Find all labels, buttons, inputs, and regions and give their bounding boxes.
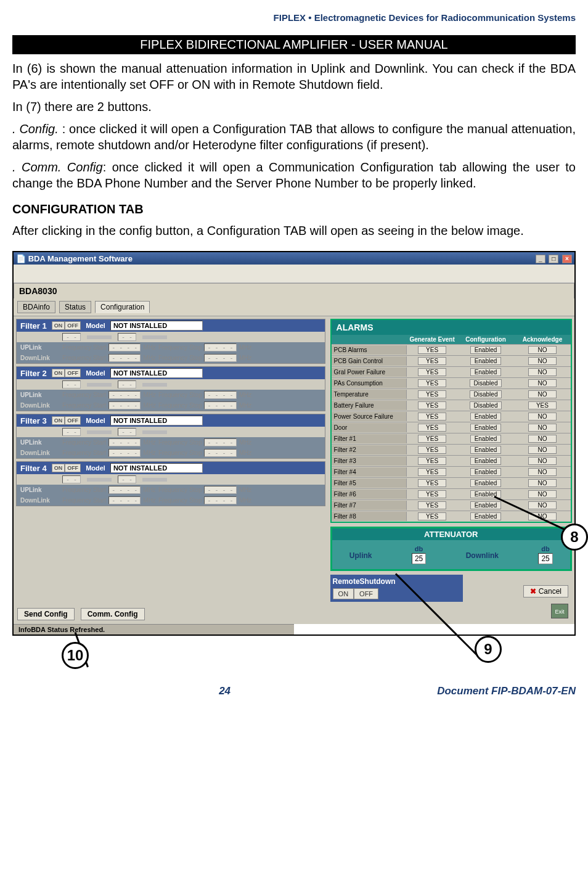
alarm-ack[interactable]: NO — [528, 379, 557, 387]
alarm-conf[interactable]: Enabled — [470, 479, 502, 487]
slider[interactable] — [142, 383, 167, 387]
spin[interactable]: - - — [118, 428, 136, 436]
cancel-button[interactable]: ✖Cancel — [523, 585, 568, 597]
alarm-ack[interactable]: NO — [528, 446, 557, 454]
fstart-val[interactable]: - - - - — [108, 401, 141, 409]
alarm-conf[interactable]: Enabled — [470, 501, 502, 509]
alarm-gen[interactable]: YES — [418, 468, 446, 476]
slider[interactable] — [87, 383, 112, 387]
alarm-ack[interactable]: NO — [528, 357, 557, 365]
alarm-ack[interactable]: YES — [528, 401, 557, 409]
col-ack: Acknowledge — [514, 336, 571, 343]
fstop-val[interactable]: - - - - — [204, 391, 236, 399]
fstart-val[interactable]: - - - - — [108, 449, 141, 457]
fstop-val[interactable]: - - - - — [204, 354, 236, 362]
alarm-ack[interactable]: NO — [528, 457, 557, 465]
exit-button[interactable]: Exit — [551, 604, 568, 618]
alarm-conf[interactable]: Enabled — [470, 512, 502, 520]
alarm-gen[interactable]: YES — [418, 512, 446, 520]
alarm-gen[interactable]: YES — [418, 457, 446, 465]
alarm-conf[interactable]: Enabled — [470, 413, 502, 421]
alarm-ack[interactable]: NO — [528, 390, 557, 398]
spin[interactable]: - - — [62, 428, 81, 436]
tab-bdainfo[interactable]: BDAinfo — [17, 301, 55, 313]
slider[interactable] — [142, 430, 167, 434]
paragraph-3: . Config. : once clicked it will open a … — [12, 121, 576, 153]
close-button[interactable]: × — [562, 255, 572, 263]
filter-1-onoff[interactable]: ON OFF — [52, 321, 81, 330]
tab-configuration[interactable]: Configuration — [95, 301, 150, 313]
alarm-conf[interactable]: Enabled — [470, 424, 502, 432]
fstop-val[interactable]: - - - - — [204, 401, 236, 409]
slider[interactable] — [87, 335, 112, 339]
alarm-ack[interactable]: NO — [528, 435, 557, 443]
fstart-val[interactable]: - - - - — [108, 438, 141, 446]
send-config-button[interactable]: Send Config — [17, 608, 75, 620]
alarm-gen[interactable]: YES — [418, 346, 446, 354]
filter-2-onoff[interactable]: ON OFF — [52, 369, 81, 377]
alarm-gen[interactable]: YES — [418, 357, 446, 365]
alarm-gen[interactable]: YES — [418, 424, 446, 432]
fstart-val[interactable]: - - - - — [108, 486, 141, 494]
spin[interactable]: - - — [62, 475, 81, 483]
remote-on[interactable]: ON — [333, 588, 354, 599]
alarm-ack[interactable]: NO — [528, 413, 557, 421]
alarm-gen[interactable]: YES — [418, 368, 446, 376]
alarm-conf[interactable]: Enabled — [470, 368, 502, 376]
alarm-conf[interactable]: Enabled — [470, 357, 502, 365]
minimize-button[interactable]: _ — [536, 255, 545, 263]
slider[interactable] — [142, 478, 167, 482]
downlink-value[interactable]: 25 — [538, 553, 552, 564]
spin[interactable]: - - — [62, 333, 81, 341]
tab-status[interactable]: Status — [59, 301, 91, 313]
slider[interactable] — [87, 478, 112, 482]
alarm-conf[interactable]: Disabled — [470, 379, 502, 387]
fstart-val[interactable]: - - - - — [108, 354, 141, 362]
alarm-ack[interactable]: NO — [528, 501, 557, 509]
spin[interactable]: - - — [62, 380, 81, 388]
slider[interactable] — [142, 335, 167, 339]
alarm-gen[interactable]: YES — [418, 401, 446, 409]
fstart-val[interactable]: - - - - — [108, 391, 141, 399]
filter-3-onoff[interactable]: ON OFF — [52, 416, 81, 425]
fstop-val[interactable]: - - - - — [204, 449, 236, 457]
alarm-conf[interactable]: Enabled — [470, 435, 502, 443]
alarm-conf[interactable]: Enabled — [470, 346, 502, 354]
alarm-ack[interactable]: NO — [528, 368, 557, 376]
spin[interactable]: - - — [118, 475, 136, 483]
fstop-val[interactable]: - - - - — [204, 438, 236, 446]
maximize-button[interactable]: □ — [549, 255, 558, 263]
alarm-conf[interactable]: Enabled — [470, 457, 502, 465]
alarm-conf[interactable]: Enabled — [470, 446, 502, 454]
alarm-gen[interactable]: YES — [418, 490, 446, 498]
alarm-ack[interactable]: NO — [528, 468, 557, 476]
window-buttons: _ □ × — [534, 253, 572, 263]
alarm-conf[interactable]: Enabled — [470, 468, 502, 476]
fstop-val[interactable]: - - - - — [204, 496, 236, 504]
spin[interactable]: - - — [118, 380, 136, 388]
fstart-val[interactable]: - - - - — [108, 496, 141, 504]
alarm-ack[interactable]: NO — [528, 346, 557, 354]
alarm-gen[interactable]: YES — [418, 390, 446, 398]
alarm-ack[interactable]: NO — [528, 479, 557, 487]
alarm-gen[interactable]: YES — [418, 379, 446, 387]
fstop-val[interactable]: - - - - — [204, 343, 236, 351]
spin[interactable]: - - — [118, 333, 136, 341]
remote-switch[interactable]: ON OFF — [333, 588, 379, 599]
alarm-gen[interactable]: YES — [418, 435, 446, 443]
comm-config-button[interactable]: Comm. Config — [81, 608, 145, 620]
alarm-ack[interactable]: NO — [528, 424, 557, 432]
fstop-val[interactable]: - - - - — [204, 486, 236, 494]
remote-off[interactable]: OFF — [354, 588, 378, 599]
alarm-gen[interactable]: YES — [418, 413, 446, 421]
slider[interactable] — [87, 430, 112, 434]
alarm-gen[interactable]: YES — [418, 479, 446, 487]
alarm-ack[interactable]: NO — [528, 490, 557, 498]
fstart-val[interactable]: - - - - — [108, 343, 141, 351]
uplink-value[interactable]: 25 — [412, 553, 426, 564]
alarm-gen[interactable]: YES — [418, 446, 446, 454]
alarm-gen[interactable]: YES — [418, 501, 446, 509]
alarm-conf[interactable]: Disabled — [470, 401, 502, 409]
alarm-conf[interactable]: Disabled — [470, 390, 502, 398]
filter-4-onoff[interactable]: ON OFF — [52, 464, 81, 472]
